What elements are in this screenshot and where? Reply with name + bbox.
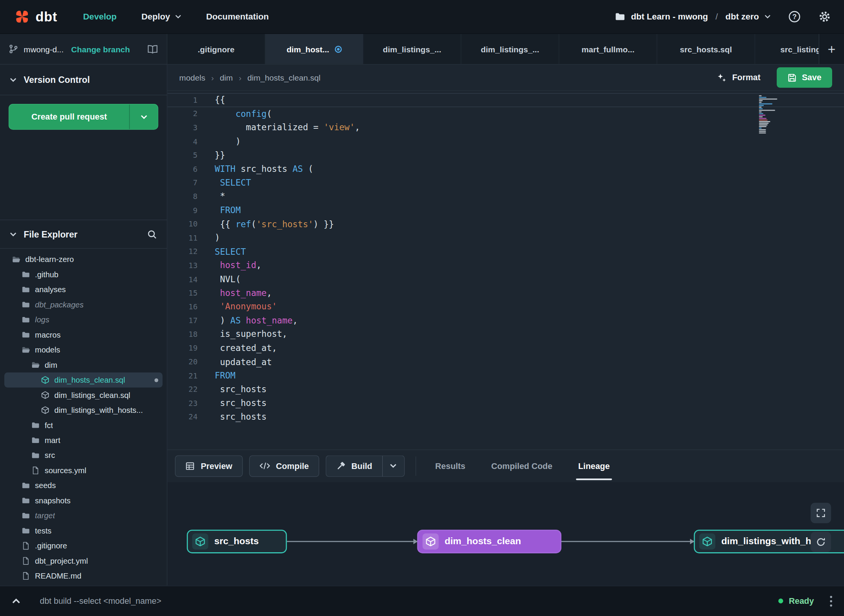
- lineage-node-src-hosts[interactable]: src_hosts: [187, 529, 287, 553]
- nav-develop[interactable]: Develop: [83, 12, 117, 21]
- gear-icon[interactable]: [818, 10, 831, 23]
- build-button[interactable]: Build: [325, 455, 382, 477]
- tab-dim-listings[interactable]: dim_listings_...: [363, 34, 461, 64]
- file-tree-item-snapshots[interactable]: snapshots: [4, 493, 162, 508]
- folder-icon: [21, 346, 30, 354]
- file-tree-item-dim-listings-with-hosts[interactable]: dim_listings_with_hosts...: [4, 403, 162, 417]
- file-tree-item-gitignore[interactable]: .gitignore: [4, 538, 162, 553]
- command-input[interactable]: dbt build --select <model_name>: [40, 596, 161, 606]
- file-tree-item-macros[interactable]: macros: [4, 327, 162, 342]
- nav-deploy[interactable]: Deploy: [141, 12, 181, 21]
- code-line-10[interactable]: 10 {{ ref('src_hosts') }}: [167, 217, 844, 231]
- compile-button[interactable]: Compile: [249, 455, 319, 477]
- help-icon[interactable]: ?: [788, 10, 801, 23]
- refresh-lineage-button[interactable]: [811, 532, 831, 552]
- minimap[interactable]: [759, 95, 780, 133]
- create-pr-button[interactable]: Create pull request: [9, 104, 129, 129]
- kebab-menu-icon[interactable]: [830, 596, 832, 606]
- file-tree-item-seeds[interactable]: seeds: [4, 478, 162, 493]
- pane-tab-compiled-code[interactable]: Compiled Code: [478, 450, 565, 482]
- save-button[interactable]: Save: [777, 67, 832, 88]
- preview-button[interactable]: Preview: [175, 455, 243, 477]
- change-branch-link[interactable]: Change branch: [71, 44, 130, 53]
- code-text: ) AS host_name,: [215, 315, 298, 326]
- line-number: 1: [167, 96, 209, 105]
- file-tree-item-dbt-project-yml[interactable]: dbt_project.yml: [4, 553, 162, 568]
- tab-dim-listings[interactable]: dim_listings_...: [461, 34, 559, 64]
- code-line-12[interactable]: 12SELECT: [167, 245, 844, 259]
- code-line-8[interactable]: 8 *: [167, 189, 844, 203]
- code-line-15[interactable]: 15 host_name,: [167, 286, 844, 300]
- file-tree-item-dim[interactable]: dim: [4, 357, 162, 372]
- code-line-13[interactable]: 13 host_id,: [167, 259, 844, 272]
- code-line-18[interactable]: 18 is_superhost,: [167, 327, 844, 341]
- code-line-19[interactable]: 19 created_at,: [167, 341, 844, 355]
- file-tree-item-dim-hosts-clean-sql[interactable]: dim_hosts_clean.sql: [4, 372, 162, 387]
- lineage-canvas[interactable]: src_hostsdim_hosts_cleandim_listings_wit…: [167, 482, 844, 585]
- tab-mart-fullmo[interactable]: mart_fullmo...: [559, 34, 657, 64]
- command-bar: dbt build --select <model_name> Ready: [0, 585, 844, 616]
- code-line-1[interactable]: 1{{: [167, 93, 844, 107]
- dbt-logo[interactable]: dbt: [14, 9, 57, 25]
- file-tree-item-logs[interactable]: logs: [4, 312, 162, 327]
- code-line-2[interactable]: 2 config(: [167, 107, 844, 121]
- lineage-node-label: src_hosts: [214, 535, 259, 547]
- file-tree-item-analyses[interactable]: analyses: [4, 282, 162, 297]
- top-nav: dbt Develop Deploy Documentation dbt Lea…: [0, 0, 844, 34]
- lineage-node-dim-hosts-clean[interactable]: dim_hosts_clean: [417, 529, 561, 553]
- file-tree-item-fct[interactable]: fct: [4, 418, 162, 433]
- tab-src-listings[interactable]: src_listings.: [755, 34, 819, 64]
- file-tree-item-dim-listings-clean-sql[interactable]: dim_listings_clean.sql: [4, 388, 162, 403]
- build-dropdown[interactable]: [382, 455, 404, 477]
- file-tree-item-target[interactable]: target: [4, 508, 162, 523]
- code-line-11[interactable]: 11): [167, 231, 844, 245]
- tab-dim-host[interactable]: dim_host...: [265, 34, 364, 64]
- code-line-24[interactable]: 24 src_hosts: [167, 410, 844, 424]
- code-line-5[interactable]: 5}}: [167, 148, 844, 162]
- chevron-up-icon[interactable]: [12, 598, 21, 604]
- breadcrumb-item-dim-hosts-clean-sql[interactable]: dim_hosts_clean.sql: [247, 73, 321, 82]
- tab-gitignore[interactable]: .gitignore: [167, 34, 265, 64]
- format-button[interactable]: Format: [716, 73, 760, 83]
- file-explorer-header[interactable]: File Explorer: [0, 220, 167, 249]
- cube-icon: [192, 533, 208, 549]
- pane-tab-lineage[interactable]: Lineage: [565, 450, 622, 482]
- code-line-23[interactable]: 23 src_hosts: [167, 396, 844, 410]
- file-tree-item-github[interactable]: .github: [4, 267, 162, 282]
- search-icon[interactable]: [147, 229, 157, 239]
- file-icon: [21, 556, 30, 565]
- code-line-6[interactable]: 6WITH src_hosts AS (: [167, 162, 844, 176]
- file-tree-item-mart[interactable]: mart: [4, 433, 162, 448]
- code-line-14[interactable]: 14 NVL(: [167, 272, 844, 286]
- file-tree-item-src[interactable]: src: [4, 448, 162, 463]
- create-pr-dropdown[interactable]: [129, 104, 158, 129]
- tab-src-hosts-sql[interactable]: src_hosts.sql: [657, 34, 755, 64]
- code-line-21[interactable]: 21FROM: [167, 369, 844, 382]
- pane-tab-results[interactable]: Results: [422, 450, 479, 482]
- file-tree-item-sources-yml[interactable]: sources.yml: [4, 463, 162, 478]
- file-name: snapshots: [35, 496, 71, 505]
- code-line-20[interactable]: 20 updated_at: [167, 355, 844, 369]
- file-tree-item-models[interactable]: models: [4, 342, 162, 357]
- code-line-17[interactable]: 17 ) AS host_name,: [167, 314, 844, 327]
- nav-documentation[interactable]: Documentation: [206, 12, 269, 21]
- project-switcher[interactable]: dbt Learn - mwong / dbt zero: [615, 11, 771, 22]
- status-dot-icon: [779, 598, 784, 603]
- file-tree-item-readme-md[interactable]: README.md: [4, 568, 162, 583]
- breadcrumb-item-models[interactable]: models: [179, 73, 205, 82]
- file-tree-item-tests[interactable]: tests: [4, 523, 162, 538]
- fullscreen-button[interactable]: [811, 503, 831, 523]
- docs-book-icon[interactable]: [147, 44, 158, 53]
- code-editor[interactable]: 1{{2 config(3 materialized = 'view',4 )5…: [167, 91, 844, 449]
- version-control-header[interactable]: Version Control: [0, 65, 167, 95]
- file-tree-item-dbt-learn-zero[interactable]: dbt-learn-zero: [4, 252, 162, 267]
- code-line-3[interactable]: 3 materialized = 'view',: [167, 121, 844, 134]
- breadcrumb-item-dim[interactable]: dim: [220, 73, 233, 82]
- file-tree-item-dbt-packages[interactable]: dbt_packages: [4, 297, 162, 312]
- code-line-9[interactable]: 9 FROM: [167, 203, 844, 217]
- code-line-22[interactable]: 22 src_hosts: [167, 382, 844, 396]
- code-line-16[interactable]: 16 'Anonymous': [167, 300, 844, 314]
- code-line-4[interactable]: 4 ): [167, 134, 844, 148]
- new-tab-button[interactable]: +: [819, 34, 844, 64]
- code-line-7[interactable]: 7 SELECT: [167, 176, 844, 189]
